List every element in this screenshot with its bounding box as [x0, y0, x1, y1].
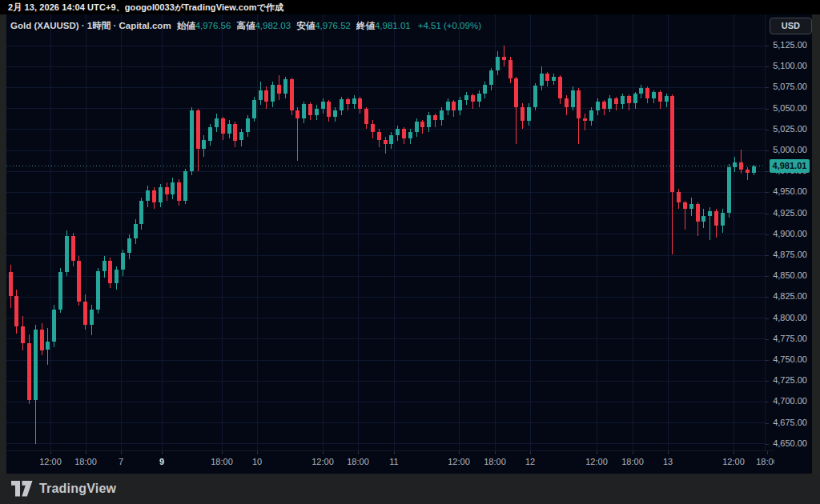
- price-tick-label: 5,125.00: [773, 40, 807, 50]
- time-tick-label: 18:00: [621, 457, 644, 466]
- open-value: 4,976.56: [195, 21, 231, 30]
- time-tick-mark: [86, 451, 86, 454]
- price-tick-label: 5,100.00: [773, 61, 807, 70]
- time-tick-mark: [50, 451, 51, 454]
- time-tick-mark: [495, 451, 496, 454]
- low-value: 4,976.52: [315, 21, 351, 30]
- price-tick-mark: [766, 423, 769, 424]
- time-axis[interactable]: 12:0018:007918:001012:0018:001112:0018:0…: [6, 450, 774, 474]
- tradingview-snapshot: 2月 13, 2026 14:04 UTC+9、googol0033がTradi…: [0, 0, 820, 504]
- low-label: 安値4,976.52: [296, 21, 351, 30]
- time-tick-day-label: 11: [389, 457, 398, 466]
- price-tick-label: 5,000.00: [773, 145, 807, 154]
- price-tick-mark: [766, 109, 769, 110]
- price-tick-label: 4,950.00: [773, 186, 807, 196]
- time-tick-mark: [767, 451, 768, 454]
- price-tick-mark: [766, 66, 769, 67]
- price-tick-label: 4,925.00: [773, 208, 807, 218]
- price-tick-mark: [766, 255, 769, 256]
- price-tick-mark: [766, 444, 769, 445]
- time-tick-mark: [257, 451, 258, 454]
- price-tick-mark: [766, 360, 769, 361]
- symbol-legend[interactable]: Gold (XAUUSD) · 1時間 · Capital.com始値4,976…: [10, 20, 481, 32]
- time-tick-label: 12:00: [448, 457, 470, 466]
- price-tick-label: 4,900.00: [773, 229, 807, 238]
- price-tick-mark: [766, 381, 769, 382]
- price-tick-mark: [766, 234, 769, 235]
- time-tick-label: 18:00: [211, 457, 233, 466]
- tradingview-wordmark[interactable]: TradingView: [39, 482, 116, 496]
- price-tick-label: 4,725.00: [773, 375, 807, 385]
- price-axis[interactable]: 4,981.01 5,125.005,100.005,075.005,050.0…: [765, 14, 812, 450]
- price-tick-label: 4,850.00: [773, 270, 807, 280]
- time-tick-mark: [323, 451, 324, 454]
- time-tick-mark: [162, 451, 163, 454]
- price-tick-mark: [766, 214, 769, 214]
- time-tick-label: 12:00: [312, 457, 334, 466]
- time-tick-day-label: 10: [252, 457, 262, 466]
- price-tick-mark: [766, 402, 769, 402]
- time-tick-day-label: 9: [159, 457, 164, 466]
- time-tick-mark: [597, 451, 597, 454]
- price-tick-mark: [766, 339, 769, 340]
- time-tick-mark: [633, 451, 633, 454]
- price-tick-label: 5,075.00: [773, 82, 807, 91]
- high-label: 高値4,982.03: [236, 21, 291, 30]
- price-tick-label: 4,775.00: [773, 334, 807, 343]
- time-tick-label: 18:00: [347, 457, 369, 466]
- candlestick-pane[interactable]: [6, 14, 765, 450]
- price-tick-label: 5,050.00: [773, 103, 807, 113]
- close-label: 終値4,981.01: [356, 21, 411, 30]
- time-tick-mark: [121, 451, 122, 454]
- currency-toggle-button[interactable]: USD: [770, 18, 812, 34]
- price-tick-mark: [766, 87, 769, 88]
- price-tick-label: 4,875.00: [773, 250, 807, 259]
- price-tick-mark: [766, 192, 769, 193]
- time-tick-label: 12:00: [39, 457, 62, 466]
- high-value: 4,982.03: [255, 21, 291, 30]
- price-tick-mark: [766, 171, 769, 172]
- time-tick-mark: [358, 451, 359, 454]
- price-tick-label: 4,700.00: [773, 396, 807, 406]
- open-label: 始値4,976.56: [177, 21, 231, 30]
- time-tick-label: 12:00: [722, 457, 745, 466]
- close-value: 4,981.01: [375, 21, 411, 30]
- price-tick-mark: [766, 150, 769, 151]
- attribution-text: 2月 13, 2026 14:04 UTC+9、googol0033がTradi…: [8, 2, 283, 12]
- footer-bar: TradingView: [0, 474, 820, 504]
- time-tick-mark: [530, 451, 531, 454]
- symbol-title: Gold (XAUUSD) · 1時間 · Capital.com: [10, 21, 171, 30]
- time-tick-label: 12:00: [585, 457, 608, 466]
- time-tick-mark: [394, 451, 395, 454]
- last-price-label: 4,981.01: [770, 159, 810, 173]
- chart-area: 4,981.01 5,125.005,100.005,075.005,050.0…: [0, 14, 820, 474]
- price-tick-mark: [766, 130, 769, 130]
- price-tick-mark: [766, 276, 769, 277]
- price-tick-label: 4,675.00: [773, 418, 807, 427]
- time-tick-label: 18:00: [756, 457, 774, 466]
- time-tick-mark: [222, 451, 223, 454]
- price-tick-label: 4,650.00: [773, 438, 807, 448]
- tradingview-logo-icon[interactable]: [11, 481, 33, 497]
- time-tick-mark: [734, 451, 734, 454]
- time-tick-day-label: 7: [119, 457, 123, 466]
- price-tick-label: 4,800.00: [773, 313, 807, 322]
- price-tick-mark: [766, 46, 769, 46]
- price-tick-label: 4,825.00: [773, 291, 807, 301]
- candlestick-chart[interactable]: [6, 14, 765, 450]
- time-tick-mark: [459, 451, 460, 454]
- time-tick-label: 18:00: [484, 457, 506, 466]
- time-axis-corner: [774, 450, 812, 474]
- snapshot-attribution-bar: 2月 13, 2026 14:04 UTC+9、googol0033がTradi…: [0, 0, 820, 14]
- change-value: +4.51 (+0.09%): [418, 21, 481, 30]
- time-tick-day-label: 12: [525, 457, 535, 466]
- time-tick-label: 18:00: [74, 457, 97, 466]
- price-tick-label: 4,750.00: [773, 354, 807, 364]
- price-tick-label: 5,025.00: [773, 124, 807, 134]
- time-tick-day-label: 13: [663, 457, 673, 466]
- price-tick-mark: [766, 318, 769, 319]
- time-tick-mark: [668, 451, 669, 454]
- price-tick-mark: [766, 297, 769, 298]
